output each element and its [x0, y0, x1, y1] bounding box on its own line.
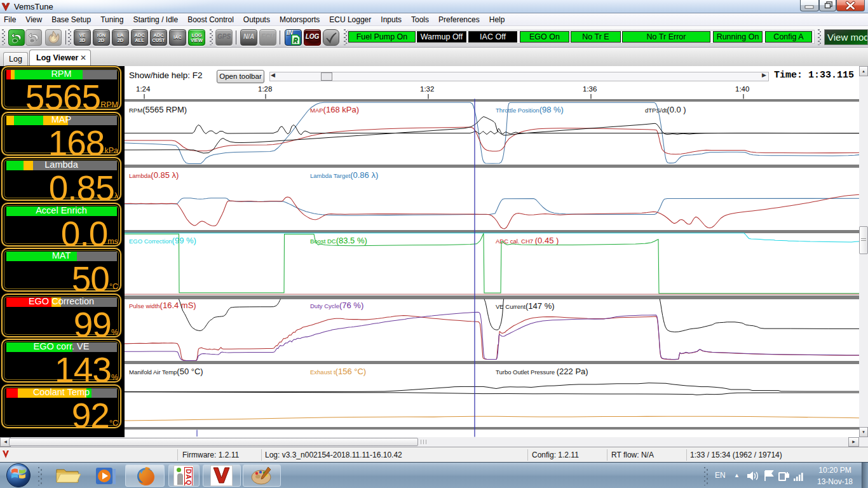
svg-text:R: R	[293, 37, 298, 44]
